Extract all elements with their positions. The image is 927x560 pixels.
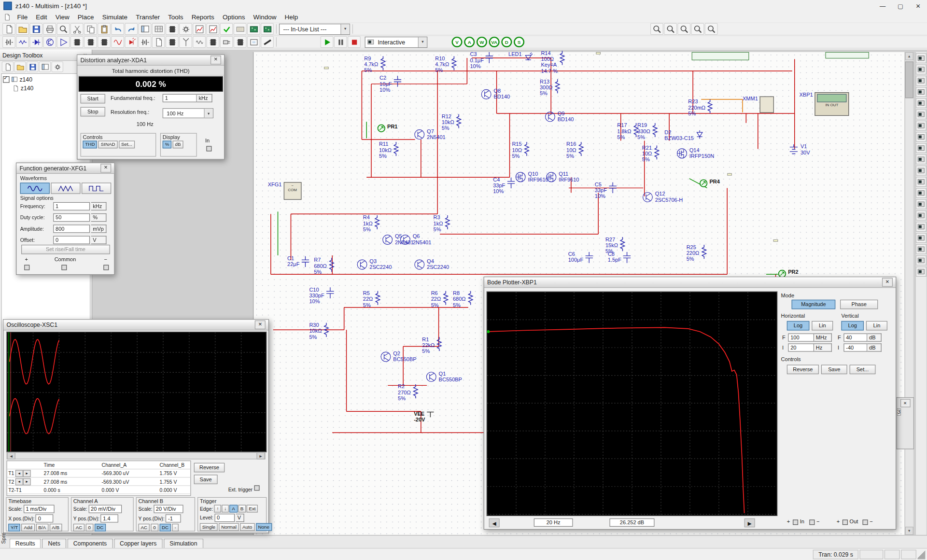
place-mixed-button[interactable] bbox=[111, 36, 124, 48]
place-source-button[interactable] bbox=[2, 36, 15, 48]
sine-wave-button[interactable] bbox=[20, 182, 50, 194]
component-R5[interactable]: R522Ω5% bbox=[363, 291, 380, 308]
ultiboard-back-button[interactable] bbox=[261, 23, 274, 35]
out-minus-terminal[interactable] bbox=[863, 519, 868, 525]
component-R6[interactable]: R622Ω5% bbox=[431, 291, 449, 308]
resolution-freq-combo[interactable]: 100 Hz ▼ bbox=[163, 108, 213, 118]
canvas-vertical-scrollbar[interactable]: ▲ ▼ bbox=[904, 52, 913, 535]
menu-edit[interactable]: Edit bbox=[32, 14, 51, 21]
cursor-right-icon[interactable]: ► bbox=[23, 478, 31, 485]
channel-a-ypos-field[interactable]: 1.4 bbox=[100, 514, 118, 522]
probe-settings-button[interactable]: S bbox=[514, 37, 524, 47]
scroll-right-icon[interactable]: ► bbox=[256, 452, 265, 460]
component-C8[interactable]: C81.5pF bbox=[608, 252, 631, 264]
electrical-rules-check-button[interactable] bbox=[220, 23, 233, 35]
print-button[interactable] bbox=[43, 23, 56, 35]
horizontal-log-button[interactable]: Log bbox=[787, 321, 810, 331]
close-button[interactable]: ✕ bbox=[909, 0, 927, 12]
da-set-button[interactable]: Set... bbox=[119, 140, 135, 148]
yt-button[interactable]: Y/T bbox=[8, 524, 20, 532]
zoom-out-button[interactable] bbox=[664, 23, 677, 35]
menu-transfer[interactable]: Transfer bbox=[132, 14, 164, 21]
wattmeter-tool[interactable] bbox=[916, 76, 927, 86]
maximize-button[interactable]: ▢ bbox=[892, 0, 910, 12]
new-button[interactable] bbox=[2, 23, 15, 35]
cursor-right-icon[interactable]: ► bbox=[23, 470, 31, 477]
in-minus-terminal[interactable] bbox=[809, 519, 815, 525]
print-preview-button[interactable] bbox=[57, 23, 70, 35]
menu-file[interactable]: File bbox=[13, 14, 32, 21]
tab-copper-layers[interactable]: Copper layers bbox=[114, 539, 163, 548]
scrollbar-thumb[interactable] bbox=[905, 61, 913, 98]
component-R25[interactable]: R25220Ω5% bbox=[687, 245, 707, 262]
component-R4[interactable]: R41kΩ5% bbox=[363, 215, 380, 233]
edge-a-button[interactable]: A bbox=[229, 505, 237, 513]
agilent-function-generator-tool[interactable] bbox=[916, 210, 927, 221]
run-simulation-button[interactable] bbox=[321, 36, 334, 48]
differential-probe-button[interactable]: VA bbox=[489, 37, 500, 47]
channel-a-scale-field[interactable]: 20 mV/Div bbox=[88, 505, 122, 513]
place-hierarchical-block-button[interactable] bbox=[247, 36, 260, 48]
component-C1[interactable]: C122μF bbox=[287, 256, 309, 267]
component-R21[interactable]: R2110Ω5% bbox=[642, 145, 660, 163]
tab-simulation[interactable]: Simulation bbox=[164, 539, 203, 548]
resize-grip[interactable] bbox=[917, 550, 925, 560]
place-power-button[interactable] bbox=[139, 36, 152, 48]
horizontal-final-field[interactable]: 100 bbox=[788, 334, 814, 342]
component-C2[interactable]: C210μF10% bbox=[379, 76, 401, 93]
component-PR4[interactable]: PR4 bbox=[700, 179, 720, 187]
component-Q8[interactable]: Q8BD140 bbox=[481, 89, 510, 100]
edge-ext-button[interactable]: Ext bbox=[246, 505, 258, 513]
cha-ac-button[interactable]: AC bbox=[73, 524, 84, 532]
pause-simulation-button[interactable] bbox=[334, 36, 347, 48]
component-R1[interactable]: R122kΩ5% bbox=[422, 337, 442, 354]
open-button[interactable] bbox=[16, 23, 29, 35]
cursor-right-icon[interactable]: ► bbox=[744, 518, 755, 527]
phase-button[interactable]: Phase bbox=[840, 300, 878, 309]
component-R7[interactable]: R7680Ω5% bbox=[314, 258, 335, 275]
word-generator-tool[interactable] bbox=[916, 132, 927, 142]
component-R9[interactable]: R94.7kΩ5% bbox=[364, 56, 386, 73]
component-R13[interactable]: R13300Ω5% bbox=[540, 79, 561, 97]
voltage-probe-button[interactable]: V bbox=[452, 37, 463, 47]
component-PR1[interactable]: PR1 bbox=[377, 124, 397, 132]
cha-dc-button[interactable]: DC bbox=[94, 524, 106, 532]
chb-minus-button[interactable]: - bbox=[172, 524, 178, 532]
zoom-full-button[interactable] bbox=[705, 23, 718, 35]
database-manager-button[interactable] bbox=[166, 23, 179, 35]
labview-instrument-tool[interactable] bbox=[916, 255, 927, 266]
reverse-button[interactable]: Reverse bbox=[194, 463, 225, 473]
component-XBP1[interactable]: XBP1 IN OUT bbox=[800, 92, 849, 116]
cursor-left-icon[interactable]: ◄ bbox=[489, 518, 500, 527]
cut-button[interactable] bbox=[70, 23, 84, 35]
component-XMM1[interactable]: XMM1 bbox=[743, 97, 774, 113]
component-Q10[interactable]: Q10IRF9610 bbox=[515, 171, 548, 183]
interactive-combo[interactable]: Interactive ▼ bbox=[365, 36, 428, 47]
probe-readout[interactable] bbox=[324, 67, 329, 69]
sinad-button[interactable]: SINAD bbox=[98, 140, 118, 148]
bode-set-button[interactable]: Set... bbox=[850, 365, 876, 375]
trig-normal-button[interactable]: Normal bbox=[219, 523, 239, 531]
place-electromechanical-button[interactable] bbox=[193, 36, 206, 48]
fundamental-freq-field[interactable]: 1 bbox=[163, 94, 197, 102]
design-toolbox-toggle[interactable] bbox=[139, 23, 152, 35]
place-basic-button[interactable] bbox=[16, 36, 29, 48]
probe-readout[interactable] bbox=[596, 52, 601, 55]
triangle-wave-button[interactable] bbox=[51, 182, 80, 194]
scroll-down-icon[interactable]: ▼ bbox=[905, 527, 913, 535]
component-R16[interactable]: R1610Ω5% bbox=[566, 142, 584, 159]
add-button[interactable]: Add bbox=[22, 524, 35, 532]
postprocessor-button[interactable] bbox=[206, 23, 219, 35]
component-V1[interactable]: V130V bbox=[788, 144, 810, 156]
iv-analyzer-tool[interactable] bbox=[916, 166, 927, 176]
place-advanced-peripherals-button[interactable] bbox=[166, 36, 179, 48]
zoom-in-button[interactable] bbox=[650, 23, 663, 35]
trig-single-button[interactable]: Single bbox=[200, 523, 218, 531]
place-indicator-button[interactable] bbox=[125, 36, 138, 48]
component-R30[interactable]: R3010kΩ5% bbox=[309, 323, 329, 340]
close-icon[interactable]: ✕ bbox=[100, 164, 111, 172]
component-R23[interactable]: R23220mΩ5% bbox=[688, 99, 713, 117]
component-R15[interactable]: R1510Ω5% bbox=[512, 142, 529, 159]
close-icon[interactable]: ✕ bbox=[255, 321, 266, 329]
menu-help[interactable]: Help bbox=[281, 14, 302, 21]
